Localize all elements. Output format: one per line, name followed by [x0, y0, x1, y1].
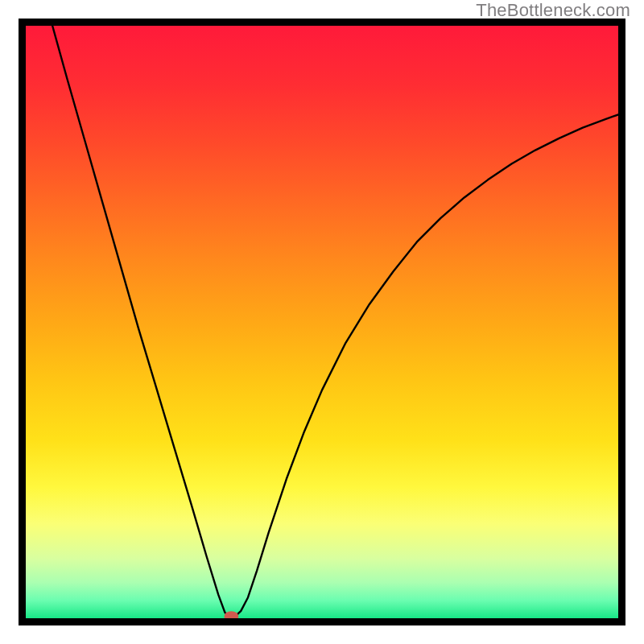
chart-plot [26, 26, 618, 618]
chart-frame [19, 19, 625, 625]
gradient-background [26, 26, 618, 618]
chart-container: TheBottleneck.com [0, 0, 644, 644]
chart-svg [26, 26, 618, 618]
